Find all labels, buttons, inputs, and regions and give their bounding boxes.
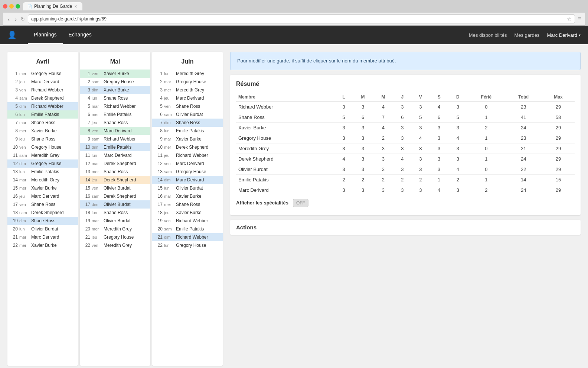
person-name[interactable]: Marc Derivard bbox=[176, 96, 204, 101]
person-name[interactable]: Olivier Burdat bbox=[104, 202, 131, 207]
person-name[interactable]: Shane Ross bbox=[31, 120, 55, 125]
person-name[interactable]: Emilie Patakis bbox=[104, 112, 131, 117]
person-name[interactable]: Meredith Grey bbox=[104, 226, 132, 232]
calendar-row[interactable]: 16 sam Derek Shepherd bbox=[80, 192, 150, 200]
tab-close-icon[interactable]: ✕ bbox=[74, 4, 77, 9]
person-name[interactable]: Meredith Grey bbox=[31, 177, 59, 183]
person-name[interactable]: Shane Ross bbox=[104, 96, 128, 101]
person-name[interactable]: Gregory House bbox=[31, 145, 61, 150]
calendar-row[interactable]: 21 mar Marc Derivard bbox=[7, 233, 78, 241]
calendar-row[interactable]: 5 dim Richard Webber bbox=[7, 102, 78, 110]
forward-button[interactable]: › bbox=[14, 16, 18, 22]
calendar-row[interactable]: 17 ven Shane Ross bbox=[7, 200, 78, 209]
calendar-row[interactable]: 9 jeu Shane Ross bbox=[7, 135, 78, 143]
person-name[interactable]: Marc Derivard bbox=[31, 194, 59, 199]
refresh-button[interactable]: ↻ bbox=[21, 16, 25, 22]
person-name[interactable]: Xavier Burke bbox=[176, 210, 202, 215]
person-name[interactable]: Marc Derivard bbox=[176, 177, 204, 183]
calendar-row[interactable]: 1 ven Xavier Burke bbox=[80, 70, 150, 78]
person-name[interactable]: Xavier Burke bbox=[176, 194, 202, 199]
person-name[interactable]: Derek Shepherd bbox=[176, 145, 208, 150]
browser-menu-icon[interactable]: ≡ bbox=[578, 16, 581, 22]
calendar-row[interactable]: 7 jeu Shane Ross bbox=[80, 119, 150, 127]
calendar-row[interactable]: 18 lun Shane Ross bbox=[80, 209, 150, 217]
person-name[interactable]: Marc Derivard bbox=[104, 153, 131, 158]
person-name[interactable]: Derek Shepherd bbox=[104, 194, 136, 199]
calendar-row[interactable]: 10 mer Derek Shepherd bbox=[152, 143, 223, 151]
calendar-row[interactable]: 1 lun Meredith Grey bbox=[152, 70, 223, 78]
person-name[interactable]: Shane Ross bbox=[176, 104, 200, 109]
person-name[interactable]: Richard Webber bbox=[104, 136, 135, 142]
calendar-row[interactable]: 19 mar Olivier Burdat bbox=[80, 217, 150, 225]
person-name[interactable]: Derek Shepherd bbox=[31, 210, 63, 215]
person-name[interactable]: Derek Shepherd bbox=[104, 177, 136, 183]
address-bar[interactable]: app.planning-de-garde.fr/plannings/69 ☆ bbox=[28, 14, 575, 23]
calendar-row[interactable]: 4 jeu Marc Derivard bbox=[152, 94, 223, 102]
person-name[interactable]: Gregory House bbox=[176, 243, 206, 248]
calendar-row[interactable]: 21 jeu Gregory House bbox=[80, 233, 150, 241]
person-name[interactable]: Derek Shepherd bbox=[104, 161, 136, 166]
person-name[interactable]: Olivier Burdat bbox=[104, 218, 131, 223]
calendar-row[interactable]: 13 sam Gregory House bbox=[152, 168, 223, 176]
person-name[interactable]: Shane Ross bbox=[31, 136, 55, 142]
person-name[interactable]: Emilie Patakis bbox=[31, 112, 59, 117]
maximize-button[interactable] bbox=[16, 4, 20, 9]
person-name[interactable]: Gregory House bbox=[104, 79, 134, 84]
person-name[interactable]: Richard Webber bbox=[31, 104, 63, 109]
calendar-row[interactable]: 18 sam Derek Shepherd bbox=[7, 209, 78, 217]
nav-plannings[interactable]: Plannings bbox=[28, 26, 63, 44]
calendar-row[interactable]: 4 lun Shane Ross bbox=[80, 94, 150, 102]
person-name[interactable]: Gregory House bbox=[176, 169, 206, 174]
person-name[interactable]: Richard Webber bbox=[31, 87, 63, 93]
person-name[interactable]: Emilie Patakis bbox=[176, 226, 204, 232]
toggle-switch[interactable]: OFF bbox=[293, 199, 308, 207]
person-name[interactable]: Marc Derivard bbox=[104, 128, 131, 133]
calendar-row[interactable]: 9 sam Richard Webber bbox=[80, 135, 150, 143]
calendar-row[interactable]: 14 mar Meredith Grey bbox=[7, 176, 78, 184]
person-name[interactable]: Derek Shepherd bbox=[31, 96, 63, 101]
calendar-row[interactable]: 16 mar Xavier Burke bbox=[152, 192, 223, 200]
calendar-row[interactable]: 5 ven Shane Ross bbox=[152, 102, 223, 110]
person-name[interactable]: Shane Ross bbox=[104, 169, 128, 174]
calendar-row[interactable]: 12 dim Gregory House bbox=[7, 159, 78, 168]
calendar-row[interactable]: 6 sam Olivier Burdat bbox=[152, 110, 223, 119]
mes-gardes-link[interactable]: Mes gardes bbox=[514, 32, 539, 38]
calendar-row[interactable]: 3 dim Xavier Burke bbox=[80, 86, 150, 94]
calendar-row[interactable]: 8 lun Emilie Patakis bbox=[152, 127, 223, 135]
bookmark-icon[interactable]: ☆ bbox=[567, 16, 572, 22]
calendar-row[interactable]: 6 mer Emilie Patakis bbox=[80, 110, 150, 119]
calendar-row[interactable]: 21 dim Richard Webber bbox=[152, 233, 223, 241]
person-name[interactable]: Emilie Patakis bbox=[31, 169, 59, 174]
calendar-row[interactable]: 15 lun Olivier Burdat bbox=[152, 184, 223, 192]
minimize-button[interactable] bbox=[9, 4, 14, 9]
calendar-row[interactable]: 20 sam Emilie Patakis bbox=[152, 225, 223, 233]
mes-disponibilites-link[interactable]: Mes disponibilités bbox=[469, 32, 507, 38]
person-name[interactable]: Olivier Burdat bbox=[31, 226, 58, 232]
calendar-row[interactable]: 9 mar Xavier Burke bbox=[152, 135, 223, 143]
nav-echanges[interactable]: Echanges bbox=[63, 26, 98, 44]
person-name[interactable]: Xavier Burke bbox=[31, 243, 57, 248]
calendar-row[interactable]: 19 dim Shane Ross bbox=[7, 217, 78, 225]
person-name[interactable]: Marc Derivard bbox=[176, 161, 204, 166]
calendar-row[interactable]: 1 mer Gregory House bbox=[7, 70, 78, 78]
calendar-row[interactable]: 3 ven Richard Webber bbox=[7, 86, 78, 94]
person-name[interactable]: Meredith Grey bbox=[176, 71, 204, 76]
close-button[interactable] bbox=[3, 4, 7, 9]
calendar-row[interactable]: 3 mer Meredith Grey bbox=[152, 86, 223, 94]
person-name[interactable]: Emilie Patakis bbox=[104, 145, 131, 150]
calendar-row[interactable]: 5 mar Richard Webber bbox=[80, 102, 150, 110]
person-name[interactable]: Gregory House bbox=[31, 161, 61, 166]
calendar-row[interactable]: 11 sam Meredith Grey bbox=[7, 151, 78, 159]
browser-tab[interactable]: 📄 Planning De Garde ✕ bbox=[23, 2, 82, 10]
person-name[interactable]: Xavier Burke bbox=[31, 128, 57, 133]
person-name[interactable]: Richard Webber bbox=[176, 153, 208, 158]
calendar-row[interactable]: 11 jeu Richard Webber bbox=[152, 151, 223, 159]
calendar-row[interactable]: 2 sam Gregory House bbox=[80, 78, 150, 86]
calendar-row[interactable]: 13 lun Emilie Patakis bbox=[7, 168, 78, 176]
calendar-row[interactable]: 18 jeu Xavier Burke bbox=[152, 209, 223, 217]
calendar-row[interactable]: 2 jeu Marc Derivard bbox=[7, 78, 78, 86]
person-name[interactable]: Marc Derivard bbox=[31, 235, 59, 240]
calendar-row[interactable]: 20 lun Olivier Burdat bbox=[7, 225, 78, 233]
calendar-row[interactable]: 22 lun Gregory House bbox=[152, 241, 223, 249]
calendar-row[interactable]: 7 dim Shane Ross bbox=[152, 119, 223, 127]
